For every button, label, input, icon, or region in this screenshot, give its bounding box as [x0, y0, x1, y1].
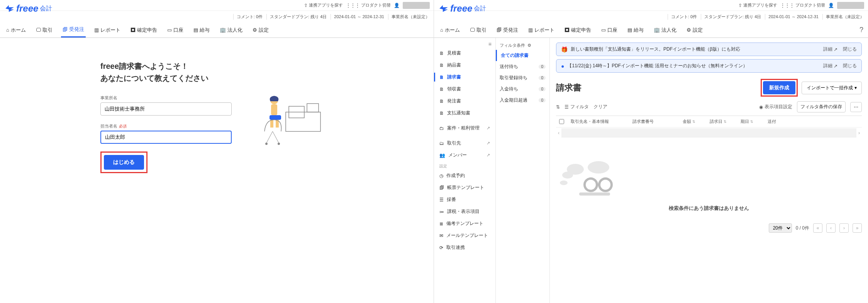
filter-all[interactable]: 全ての請求書: [496, 50, 549, 61]
col-amount[interactable]: 金額: [683, 119, 691, 124]
sidebar-item-purchase[interactable]: 🗎発注書: [434, 95, 495, 107]
nav-orders[interactable]: 🗐受発注: [61, 22, 86, 37]
status-comments[interactable]: コメント: 0件: [233, 14, 263, 20]
sidebar-item-schedule[interactable]: ◷作成予約: [434, 170, 495, 182]
brand-logo-2[interactable]: freee 会計: [439, 3, 486, 14]
filter-overdue[interactable]: 入金期日超過0: [496, 95, 549, 106]
sidebar-item-partners[interactable]: 🗂取引先↗: [434, 137, 495, 149]
select-all-checkbox[interactable]: [559, 119, 564, 124]
nav-reports[interactable]: ▥レポート: [527, 22, 556, 37]
sidebar-item-template[interactable]: 🗐帳票テンプレート: [434, 182, 495, 194]
new-invoice-button[interactable]: 新規作成: [763, 81, 795, 94]
nav-payroll[interactable]: ▤給与: [626, 22, 645, 37]
start-button[interactable]: はじめる: [104, 155, 144, 170]
banner-detail-link[interactable]: 詳細 ↗: [823, 46, 837, 53]
user-icon[interactable]: 👤: [394, 3, 400, 8]
nav-orders[interactable]: 🗐受発注: [495, 22, 520, 37]
banner-close[interactable]: 閉じる: [843, 63, 857, 69]
gear-icon[interactable]: ⚙: [527, 43, 531, 48]
switch-product-link-2[interactable]: ⋮⋮⋮プロダクト切替: [780, 2, 825, 8]
sidebar-item-delivery[interactable]: 🗎納品書: [434, 59, 495, 71]
sidebar-item-members[interactable]: 👥メンバー↗: [434, 149, 495, 161]
office-input[interactable]: [100, 102, 232, 116]
status-plan[interactable]: スタンダードプラン: 残り 4日: [266, 14, 327, 20]
page-size-select[interactable]: 20件: [769, 223, 792, 233]
sidebar-item-paynotice[interactable]: 🗎支払通知書: [434, 107, 495, 119]
home-icon: ⌂: [6, 27, 9, 33]
save-filter-button[interactable]: フィルタ条件の保存: [797, 101, 846, 112]
account-pill[interactable]: [403, 2, 430, 9]
welcome-title-2: あなたについて教えてください: [100, 73, 434, 83]
nav-tax[interactable]: 🞑確定申告: [129, 22, 159, 37]
sidebar-item-receipt[interactable]: 🗎領収書: [434, 83, 495, 95]
doc-icon: 🗐: [497, 27, 502, 33]
more-button[interactable]: ⋯: [850, 102, 862, 112]
filter-tosend[interactable]: 送付待ち0: [496, 61, 549, 72]
col-number[interactable]: 請求書番号: [632, 119, 654, 124]
clear-button[interactable]: クリア: [593, 104, 607, 110]
monitor-icon: 🖵: [36, 27, 41, 33]
pager-next[interactable]: ›: [839, 223, 849, 233]
nav-transactions[interactable]: 🖵取引: [34, 22, 54, 37]
banner-release: 🎁 新しい書類種別「支払通知書」をリリース。PDFインポート機能（β版）にも対応…: [556, 43, 862, 56]
scroll-right[interactable]: ›: [856, 130, 862, 136]
grid-icon: ⋮⋮⋮: [780, 3, 794, 8]
status-office[interactable]: 事業所名（未設定）: [388, 14, 430, 20]
nav-settings[interactable]: ⚙設定: [685, 22, 704, 37]
card-icon: ▭: [601, 27, 606, 33]
switch-product-link[interactable]: ⋮⋮⋮プロダクト切替: [346, 2, 391, 8]
svg-rect-5: [270, 115, 281, 120]
banner-detail-link[interactable]: 詳細 ↗: [823, 63, 837, 69]
brand-logo[interactable]: freee 会計: [5, 3, 52, 14]
sidebar-item-quote[interactable]: 🗎見積書: [434, 47, 495, 59]
svg-point-17: [599, 179, 612, 191]
nav-tax[interactable]: 🞑確定申告: [563, 22, 593, 37]
svg-point-15: [560, 180, 568, 185]
tax-icon: ≔: [439, 209, 444, 214]
sort-button[interactable]: ⇅: [556, 104, 560, 110]
nav-corporate[interactable]: 🏢法人化: [652, 22, 678, 37]
col-send[interactable]: 送付: [768, 119, 776, 124]
sidebar-item-mail[interactable]: ✉メールテンプレート: [434, 230, 495, 242]
find-apps-link-2[interactable]: ⇪連携アプリを探す: [738, 2, 777, 8]
sidebar-item-sync[interactable]: ⟳取引連携: [434, 242, 495, 254]
columns-button[interactable]: ◉表示項目設定: [759, 104, 792, 110]
pager-prev[interactable]: ‹: [826, 223, 836, 233]
scroll-left[interactable]: ‹: [556, 130, 561, 136]
pager-first[interactable]: «: [813, 223, 822, 233]
svg-rect-2: [307, 104, 319, 112]
sidebar-item-invoice[interactable]: 🗎請求書: [434, 71, 495, 83]
status-period[interactable]: 2024-01-01 ～ 2024-12-31: [331, 14, 384, 20]
find-apps-link[interactable]: ⇪連携アプリを探す: [304, 2, 343, 8]
nav-home[interactable]: ⌂ホーム: [5, 22, 27, 37]
nav-transactions[interactable]: 🖵取引: [468, 22, 488, 37]
banner-close[interactable]: 閉じる: [843, 46, 857, 53]
info-icon: ●: [561, 63, 564, 69]
nav-reports[interactable]: ▥レポート: [93, 22, 122, 37]
svg-line-8: [266, 131, 273, 143]
sidebar-item-projects[interactable]: 🗀案件・粗利管理↗: [434, 122, 495, 134]
nav-payroll[interactable]: ▤給与: [192, 22, 211, 37]
user-icon[interactable]: 👤: [828, 3, 834, 8]
sync-icon: ⟳: [439, 245, 443, 250]
person-input[interactable]: [100, 131, 232, 144]
nav-home[interactable]: ⌂ホーム: [439, 22, 461, 37]
nav-accounts[interactable]: ▭口座: [600, 22, 619, 37]
nav-corporate[interactable]: 🏢法人化: [218, 22, 244, 37]
account-pill-2[interactable]: [837, 2, 864, 9]
import-button[interactable]: インポートで一括作成 ▾: [802, 82, 862, 94]
col-billdate[interactable]: 請求日: [710, 119, 722, 124]
nav-accounts[interactable]: ▭口座: [166, 22, 185, 37]
col-partner[interactable]: 取引先名・基本情報: [571, 119, 609, 124]
filter-toregister[interactable]: 取引登録待ち0: [496, 72, 549, 83]
filter-button[interactable]: ☰フィルタ: [565, 104, 589, 110]
help-icon[interactable]: ?: [860, 26, 863, 34]
sidebar-item-remark[interactable]: ≣備考テンプレート: [434, 218, 495, 230]
sidebar-item-taxdisplay[interactable]: ≔課税・表示項目: [434, 206, 495, 218]
col-duedate[interactable]: 期日: [741, 119, 749, 124]
nav-settings[interactable]: ⚙設定: [251, 22, 270, 37]
sidebar-collapse[interactable]: ≡: [434, 41, 495, 47]
filter-awaitpay[interactable]: 入金待ち0: [496, 83, 549, 95]
sidebar-item-numbering[interactable]: ☰採番: [434, 194, 495, 206]
pager-last[interactable]: »: [853, 223, 862, 233]
